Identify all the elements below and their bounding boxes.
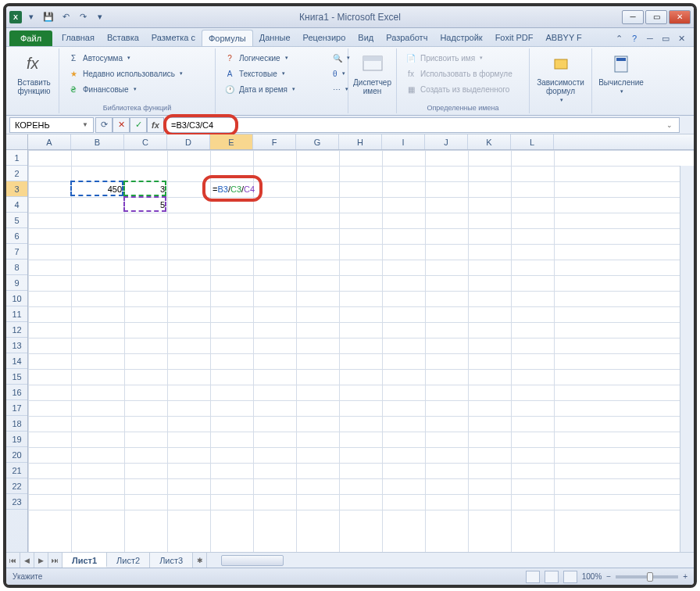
row-header-18[interactable]: 18 <box>6 416 27 432</box>
zoom-out-icon[interactable]: − <box>606 572 611 581</box>
file-tab[interactable]: Файл <box>9 30 52 46</box>
qat-more[interactable]: ▾ <box>92 9 108 25</box>
ribbon-tab-0[interactable]: Главная <box>55 30 101 46</box>
sheet-nav-first-icon[interactable]: ⏮ <box>6 553 20 568</box>
ribbon-tab-6[interactable]: Вид <box>352 30 380 46</box>
maximize-button[interactable]: ▭ <box>645 10 667 24</box>
sheet-tab-Лист1[interactable]: Лист1 <box>62 553 107 568</box>
row-header-14[interactable]: 14 <box>6 353 27 369</box>
ribbon-tab-9[interactable]: Foxit PDF <box>489 30 540 46</box>
math-button[interactable]: θ▾ <box>330 66 343 81</box>
col-header-K[interactable]: K <box>468 134 511 149</box>
formula-expand-icon[interactable]: ⌄ <box>663 121 676 129</box>
ribbon-tab-3[interactable]: Формулы <box>202 30 253 46</box>
logical-button[interactable]: ?Логические▾ <box>220 50 320 66</box>
undo-icon[interactable]: ↶ <box>58 9 73 25</box>
ribbon-tab-5[interactable]: Рецензиро <box>297 30 352 46</box>
qat-dropdown[interactable]: ▾ <box>23 9 39 25</box>
save-icon[interactable]: 💾 <box>41 9 56 25</box>
doc-minimize-icon[interactable]: ─ <box>644 34 656 46</box>
row-header-3[interactable]: 3 <box>6 181 27 197</box>
col-header-A[interactable]: A <box>28 134 71 149</box>
row-header-1[interactable]: 1 <box>6 150 27 166</box>
row-header-5[interactable]: 5 <box>6 213 27 228</box>
text-button[interactable]: AТекстовые▾ <box>220 66 320 81</box>
col-header-F[interactable]: F <box>253 134 296 149</box>
row-header-21[interactable]: 21 <box>6 463 27 478</box>
row-header-7[interactable]: 7 <box>6 244 27 260</box>
cell-B3[interactable]: 450 <box>71 181 124 197</box>
row-header-11[interactable]: 11 <box>6 306 27 322</box>
ribbon-tab-2[interactable]: Разметка с <box>145 30 202 46</box>
formula-refresh-icon[interactable]: ⟳ <box>95 117 112 133</box>
col-header-D[interactable]: D <box>167 134 210 149</box>
calculation-button[interactable]: Вычисление ▾ <box>597 50 645 96</box>
col-header-H[interactable]: H <box>339 134 382 149</box>
sheet-tab-Лист2[interactable]: Лист2 <box>107 553 150 568</box>
formula-enter-icon[interactable]: ✓ <box>130 117 147 133</box>
zoom-slider[interactable] <box>616 575 678 578</box>
page-layout-view-icon[interactable] <box>545 571 559 583</box>
row-header-4[interactable]: 4 <box>6 197 27 213</box>
row-header-19[interactable]: 19 <box>6 432 27 447</box>
doc-restore-icon[interactable]: ▭ <box>659 34 672 46</box>
row-header-10[interactable]: 10 <box>6 291 27 306</box>
lookup-button[interactable]: 🔍▾ <box>330 50 343 66</box>
cell-E3-editing[interactable]: =B3/C3/C4 <box>210 181 257 197</box>
cell-C4[interactable]: 5 <box>124 197 167 213</box>
sheet-nav-prev-icon[interactable]: ◀ <box>20 553 34 568</box>
name-box-dropdown-icon[interactable]: ▼ <box>82 121 88 128</box>
sheet-nav-next-icon[interactable]: ▶ <box>34 553 48 568</box>
vertical-scrollbar[interactable] <box>680 166 694 552</box>
row-header-16[interactable]: 16 <box>6 385 27 400</box>
zoom-level[interactable]: 100% <box>582 572 602 581</box>
formula-cancel-icon[interactable]: ✕ <box>112 117 130 133</box>
row-header-20[interactable]: 20 <box>6 447 27 463</box>
autosum-button[interactable]: ΣАвтосумма▾ <box>64 50 210 66</box>
name-box[interactable]: КОРЕНЬ ▼ <box>9 117 94 133</box>
col-header-B[interactable]: B <box>71 134 124 149</box>
page-break-view-icon[interactable] <box>563 571 577 583</box>
row-header-9[interactable]: 9 <box>6 275 27 291</box>
row-header-15[interactable]: 15 <box>6 369 27 385</box>
insert-function-button[interactable]: fx Вставить функцию <box>14 50 54 97</box>
ribbon-tab-10[interactable]: ABBYY F <box>540 30 588 46</box>
row-header-12[interactable]: 12 <box>6 322 27 338</box>
col-header-E[interactable]: E <box>210 134 253 149</box>
normal-view-icon[interactable] <box>526 571 540 583</box>
new-sheet-icon[interactable]: ✱ <box>193 553 207 568</box>
formula-deps-button[interactable]: Зависимости формул ▾ <box>534 50 587 105</box>
more-fn-button[interactable]: ⋯▾ <box>330 81 343 97</box>
cell-C3[interactable]: 3 <box>124 181 167 197</box>
ribbon-tab-8[interactable]: Надстройк <box>434 30 488 46</box>
name-manager-button[interactable]: Диспетчер имен <box>353 50 391 97</box>
sheet-tab-Лист3[interactable]: Лист3 <box>150 553 193 568</box>
recent-button[interactable]: ★Недавно использовались▾ <box>64 66 210 81</box>
doc-close-icon[interactable]: ✕ <box>675 34 688 46</box>
ribbon-tab-4[interactable]: Данные <box>253 30 297 46</box>
col-header-J[interactable]: J <box>425 134 468 149</box>
redo-icon[interactable]: ↷ <box>75 9 91 25</box>
cells-area[interactable]: 45035=B3/C3/C4 <box>28 150 694 552</box>
minimize-button[interactable]: ─ <box>622 10 644 24</box>
zoom-in-icon[interactable]: + <box>683 572 688 581</box>
col-header-C[interactable]: C <box>124 134 167 149</box>
sheet-nav-last-icon[interactable]: ⏭ <box>48 553 62 568</box>
ribbon-tab-1[interactable]: Вставка <box>101 30 145 46</box>
horizontal-scrollbar[interactable] <box>207 553 694 568</box>
row-header-8[interactable]: 8 <box>6 260 27 275</box>
ribbon-tab-7[interactable]: Разработч <box>380 30 434 46</box>
datetime-button[interactable]: 🕐Дата и время▾ <box>220 81 320 97</box>
financial-button[interactable]: ₴Финансовые▾ <box>64 81 210 97</box>
select-all-corner[interactable] <box>6 134 28 149</box>
fx-icon[interactable]: fx <box>147 117 164 133</box>
col-header-G[interactable]: G <box>296 134 339 149</box>
formula-input[interactable]: =B3/C3/C4 ⌄ <box>166 117 680 133</box>
row-header-23[interactable]: 23 <box>6 494 27 510</box>
row-header-6[interactable]: 6 <box>6 228 27 244</box>
hscroll-thumb[interactable] <box>221 555 284 566</box>
help-icon[interactable]: ? <box>628 34 641 46</box>
close-button[interactable]: ✕ <box>669 10 691 24</box>
row-header-17[interactable]: 17 <box>6 400 27 416</box>
row-header-2[interactable]: 2 <box>6 166 27 181</box>
